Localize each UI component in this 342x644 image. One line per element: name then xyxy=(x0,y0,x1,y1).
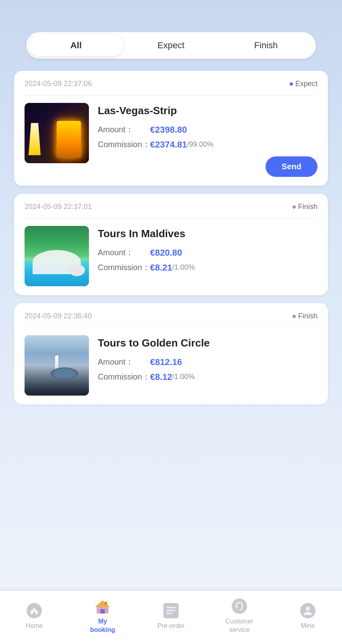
commission-label-1: Commission： xyxy=(98,139,150,150)
nav-my-booking[interactable]: Mybooking xyxy=(82,597,123,634)
card-divider-1 xyxy=(25,95,317,96)
commission-label-2: Commission： xyxy=(98,262,150,273)
order-card-2: 2024-05-09 22:37:01 Finish Tours In Mald… xyxy=(14,194,328,295)
status-dot-1 xyxy=(290,82,293,86)
golden-image xyxy=(25,335,89,396)
home-icon-wrapper xyxy=(25,602,43,619)
commission-row-3: Commission： €8.12 /1.00% xyxy=(98,371,317,382)
order-status-1: Expect xyxy=(290,80,317,88)
booking-house-icon xyxy=(94,597,111,616)
mine-icon xyxy=(300,603,315,618)
order-image-3 xyxy=(25,335,89,396)
svg-rect-8 xyxy=(167,607,175,608)
svg-point-16 xyxy=(306,607,310,611)
svg-rect-12 xyxy=(236,605,237,608)
card-info-3: Tours to Golden Circle Amount： €812.16 C… xyxy=(98,335,317,386)
order-timestamp-3: 2024-05-09 22:36:40 xyxy=(25,312,92,320)
nav-home-label: Home xyxy=(26,622,43,630)
send-button-1[interactable]: Send xyxy=(266,156,317,177)
order-title-1: Las-Vegas-Strip xyxy=(98,105,317,117)
svg-point-11 xyxy=(232,599,247,614)
order-status-2: Finish xyxy=(293,203,317,211)
commission-value-3: €8.12 xyxy=(150,372,172,382)
amount-label-2: Amount： xyxy=(98,247,150,258)
svg-rect-5 xyxy=(105,608,107,610)
amount-value-1: €2398.80 xyxy=(150,125,187,135)
amount-row-1: Amount： €2398.80 xyxy=(98,124,317,135)
svg-rect-9 xyxy=(167,610,175,611)
preorder-icon-wrapper xyxy=(162,602,180,619)
amount-label-3: Amount： xyxy=(98,357,150,367)
booking-icon-wrapper xyxy=(94,597,111,615)
amount-row-3: Amount： €812.16 xyxy=(98,357,317,367)
card-divider-2 xyxy=(25,218,317,219)
commission-value-2: €8.21 xyxy=(150,263,172,273)
tab-finish[interactable]: Finish xyxy=(218,35,313,56)
bottom-nav: Home Mybooking xyxy=(0,591,342,644)
svg-rect-6 xyxy=(105,602,107,605)
order-status-3: Finish xyxy=(293,312,317,320)
tab-bar: All Expect Finish xyxy=(26,32,316,59)
nav-customer-service[interactable]: Customerservice xyxy=(219,597,260,634)
svg-rect-13 xyxy=(241,605,243,608)
customer-service-icon-wrapper xyxy=(231,597,248,615)
nav-pre-order[interactable]: Pre-order xyxy=(151,602,191,630)
card-actions-1: Send xyxy=(98,156,317,177)
card-header-3: 2024-05-09 22:36:40 Finish xyxy=(25,312,317,320)
orders-list: 2024-05-09 22:37:06 Expect Las-Vegas-Str… xyxy=(14,71,328,591)
order-timestamp-2: 2024-05-09 22:37:01 xyxy=(25,203,92,211)
nav-mine-label: Mine xyxy=(301,622,315,630)
mine-icon-wrapper xyxy=(299,602,317,619)
preorder-icon xyxy=(163,603,179,618)
commission-pct-2: /1.00% xyxy=(172,263,195,272)
card-header-1: 2024-05-09 22:37:06 Expect xyxy=(25,80,317,88)
order-title-2: Tours In Maldives xyxy=(98,228,317,240)
commission-pct-3: /1.00% xyxy=(172,373,195,381)
amount-value-2: €820.80 xyxy=(150,248,182,258)
svg-rect-10 xyxy=(167,613,172,614)
maldives-image xyxy=(25,226,89,286)
order-image-1 xyxy=(25,103,89,163)
commission-label-3: Commission： xyxy=(98,371,150,382)
order-image-2 xyxy=(25,226,89,286)
nav-home[interactable]: Home xyxy=(14,602,54,630)
customer-service-icon xyxy=(232,599,247,614)
commission-value-1: €2374.81 xyxy=(150,139,187,150)
card-info-2: Tours In Maldives Amount： €820.80 Commis… xyxy=(98,226,317,277)
home-icon xyxy=(27,603,42,618)
nav-mine[interactable]: Mine xyxy=(288,602,328,630)
status-dot-2 xyxy=(293,205,296,209)
tab-expect[interactable]: Expect xyxy=(124,35,218,56)
svg-rect-3 xyxy=(101,609,105,614)
card-header-2: 2024-05-09 22:37:01 Finish xyxy=(25,203,317,211)
svg-rect-4 xyxy=(97,608,100,610)
commission-row-2: Commission： €8.21 /1.00% xyxy=(98,262,317,273)
status-dot-3 xyxy=(293,315,296,318)
commission-row-1: Commission： €2374.81 /99.00% xyxy=(98,139,317,150)
nav-booking-label: Mybooking xyxy=(90,617,115,634)
nav-preorder-label: Pre-order xyxy=(157,622,185,630)
svg-marker-2 xyxy=(95,601,110,607)
order-title-3: Tours to Golden Circle xyxy=(98,337,317,349)
order-card-1: 2024-05-09 22:37:06 Expect Las-Vegas-Str… xyxy=(14,71,328,186)
svg-point-14 xyxy=(239,609,241,611)
card-content-2: Tours In Maldives Amount： €820.80 Commis… xyxy=(25,226,317,286)
card-divider-3 xyxy=(25,328,317,328)
amount-value-3: €812.16 xyxy=(150,357,182,367)
order-card-3: 2024-05-09 22:36:40 Finish Tours to Gold… xyxy=(14,303,328,404)
card-content-3: Tours to Golden Circle Amount： €812.16 C… xyxy=(25,335,317,396)
nav-customer-label: Customerservice xyxy=(225,617,253,634)
card-content-1: Las-Vegas-Strip Amount： €2398.80 Commiss… xyxy=(25,103,317,177)
commission-pct-1: /99.00% xyxy=(187,140,214,149)
order-timestamp-1: 2024-05-09 22:37:06 xyxy=(25,80,92,88)
lasvegas-image xyxy=(25,103,89,163)
tab-all[interactable]: All xyxy=(29,35,124,56)
amount-row-2: Amount： €820.80 xyxy=(98,247,317,258)
amount-label-1: Amount： xyxy=(98,124,150,135)
card-info-1: Las-Vegas-Strip Amount： €2398.80 Commiss… xyxy=(98,103,317,177)
